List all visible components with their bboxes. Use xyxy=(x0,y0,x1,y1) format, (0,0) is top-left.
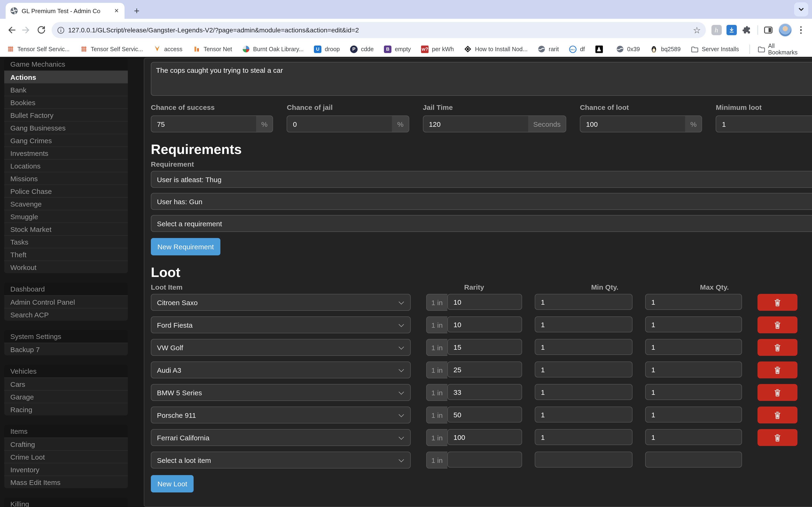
sidebar-item-locations[interactable]: Locations xyxy=(4,159,128,172)
rarity-input[interactable] xyxy=(447,361,522,378)
sidebar-item-crafting[interactable]: Crafting xyxy=(4,438,128,450)
sidebar-item-racing[interactable]: Racing xyxy=(4,403,128,415)
chance-of-jail-input[interactable] xyxy=(287,115,392,132)
loot-item-select[interactable]: Ferrari California xyxy=(151,429,411,446)
jail-time-input[interactable] xyxy=(423,115,528,132)
new-requirement-select[interactable]: Select a requirement xyxy=(151,215,812,232)
reload-button[interactable] xyxy=(34,22,49,38)
bookmark-item[interactable]: rarit xyxy=(538,45,559,53)
sidebar-item-backup-7[interactable]: Backup 7 xyxy=(4,343,128,355)
back-button[interactable] xyxy=(4,22,19,38)
loot-item-select[interactable]: Audi A3 xyxy=(151,361,411,378)
minimum-loot-input[interactable] xyxy=(716,115,812,132)
sidebar-item-search-acp[interactable]: Search ACP xyxy=(4,308,128,321)
loot-item-select[interactable]: BMW 5 Series xyxy=(151,384,411,401)
bookmark-item[interactable]: How to Install Nod... xyxy=(464,45,528,53)
loot-item-select[interactable]: Ford Fiesta xyxy=(151,317,411,333)
min-qty-input[interactable] xyxy=(535,429,632,445)
site-info-icon[interactable] xyxy=(57,26,64,34)
bookmark-item[interactable]: ♟ xyxy=(595,45,606,53)
profile-avatar[interactable] xyxy=(778,23,792,37)
delete-loot-button[interactable] xyxy=(758,294,798,311)
sidebar-item-tasks[interactable]: Tasks xyxy=(4,235,128,248)
rarity-input[interactable] xyxy=(447,429,522,445)
sidebar-item-crime-loot[interactable]: Crime Loot xyxy=(4,450,128,463)
bookmark-item[interactable]: Tensor Self Servic... xyxy=(80,45,143,53)
bookmark-item[interactable]: U droop xyxy=(314,45,340,53)
browser-menu-icon[interactable] xyxy=(796,26,805,34)
url-bar[interactable]: 127.0.0.1/GLScript/release/Gangster-Lege… xyxy=(52,22,706,38)
bookmark-item[interactable]: P cdde xyxy=(350,45,373,53)
bookmark-item[interactable]: Burnt Oak Library... xyxy=(242,45,304,53)
url-text[interactable]: 127.0.0.1/GLScript/release/Gangster-Lege… xyxy=(68,26,693,34)
loot-item-select[interactable]: Porsche 911 xyxy=(151,406,411,424)
sidebar-item-bookies[interactable]: Bookies xyxy=(4,96,128,108)
delete-loot-button[interactable] xyxy=(758,429,798,446)
rarity-input[interactable] xyxy=(447,317,522,332)
max-qty-input[interactable] xyxy=(645,452,742,467)
bookmark-item[interactable]: B empty xyxy=(384,45,411,53)
max-qty-input[interactable] xyxy=(645,361,742,378)
forward-button[interactable] xyxy=(19,22,34,38)
bookmark-star-icon[interactable]: ☆ xyxy=(693,25,701,35)
sidebar-item-inventory[interactable]: Inventory xyxy=(4,463,128,475)
max-qty-input[interactable] xyxy=(645,294,742,310)
rarity-input[interactable] xyxy=(447,294,522,310)
max-qty-input[interactable] xyxy=(645,384,742,400)
sidebar-item-scavenge[interactable]: Scavenge xyxy=(4,197,128,210)
new-requirement-button[interactable]: New Requirement xyxy=(151,238,220,256)
sidebar-item-smuggle[interactable]: Smuggle xyxy=(4,210,128,223)
sidebar-item-missions[interactable]: Missions xyxy=(4,172,128,184)
rarity-input[interactable] xyxy=(447,452,522,467)
max-qty-input[interactable] xyxy=(645,317,742,332)
new-loot-item-select[interactable]: Select a loot item xyxy=(151,452,411,468)
sidebar-item-garage[interactable]: Garage xyxy=(4,390,128,403)
min-qty-input[interactable] xyxy=(535,406,632,422)
bookmark-item[interactable]: bq2589 xyxy=(650,45,681,53)
bookmark-item[interactable]: w? per kWh xyxy=(421,45,454,53)
max-qty-input[interactable] xyxy=(645,429,742,445)
all-bookmarks[interactable]: All Bookmarks xyxy=(749,43,805,56)
new-loot-button[interactable]: New Loot xyxy=(151,475,194,493)
sidebar-item-cars[interactable]: Cars xyxy=(4,378,128,390)
chance-of-loot-input[interactable] xyxy=(580,115,685,132)
delete-loot-button[interactable] xyxy=(758,406,798,424)
sidebar-item-theft[interactable]: Theft xyxy=(4,248,128,261)
rarity-input[interactable] xyxy=(447,406,522,422)
h-extension-icon[interactable]: h xyxy=(711,25,721,35)
min-qty-input[interactable] xyxy=(535,452,632,467)
min-qty-input[interactable] xyxy=(535,317,632,332)
loot-item-select[interactable]: VW Golf xyxy=(151,339,411,356)
requirement-select[interactable]: User is atleast: Thug xyxy=(151,171,812,188)
sidebar-item-gang-businesses[interactable]: Gang Businesses xyxy=(4,121,128,134)
max-qty-input[interactable] xyxy=(645,339,742,355)
sidebar-item-actions[interactable]: Actions xyxy=(4,70,128,83)
bookmark-item[interactable]: DELL df xyxy=(569,45,585,53)
sidebar-item-police-chase[interactable]: Police Chase xyxy=(4,184,128,197)
delete-loot-button[interactable] xyxy=(758,317,798,333)
bookmark-item[interactable]: access xyxy=(153,45,183,53)
delete-loot-button[interactable] xyxy=(758,361,798,378)
tab-search-chevron-icon[interactable] xyxy=(794,2,808,16)
action-description-textarea[interactable]: The cops caught you trying to steal a ca… xyxy=(151,62,812,96)
extensions-puzzle-icon[interactable] xyxy=(741,24,753,36)
min-qty-input[interactable] xyxy=(535,361,632,378)
sidebar-item-stock-market[interactable]: Stock Market xyxy=(4,223,128,235)
sidebar-item-bank[interactable]: Bank xyxy=(4,83,128,96)
side-panel-icon[interactable] xyxy=(762,24,774,36)
browser-tab[interactable]: GL Premium Test - Admin Co ✕ xyxy=(6,3,124,19)
rarity-input[interactable] xyxy=(447,384,522,400)
new-tab-button[interactable]: + xyxy=(130,4,143,17)
sidebar-item-workout[interactable]: Workout xyxy=(4,261,128,273)
bookmark-item[interactable]: 0x39 xyxy=(616,45,640,53)
bookmark-item[interactable]: Tensor Net xyxy=(193,45,232,53)
sidebar-item-investments[interactable]: Investments xyxy=(4,147,128,159)
tab-close-icon[interactable]: ✕ xyxy=(112,7,121,15)
sidebar-item-mass-edit-items[interactable]: Mass Edit Items xyxy=(4,475,128,488)
rarity-input[interactable] xyxy=(447,339,522,355)
bookmark-item[interactable]: Tensor Self Servic... xyxy=(7,45,69,53)
min-qty-input[interactable] xyxy=(535,384,632,400)
chance-of-success-input[interactable] xyxy=(151,115,256,132)
download-extension-icon[interactable] xyxy=(726,25,737,35)
delete-loot-button[interactable] xyxy=(758,339,798,356)
